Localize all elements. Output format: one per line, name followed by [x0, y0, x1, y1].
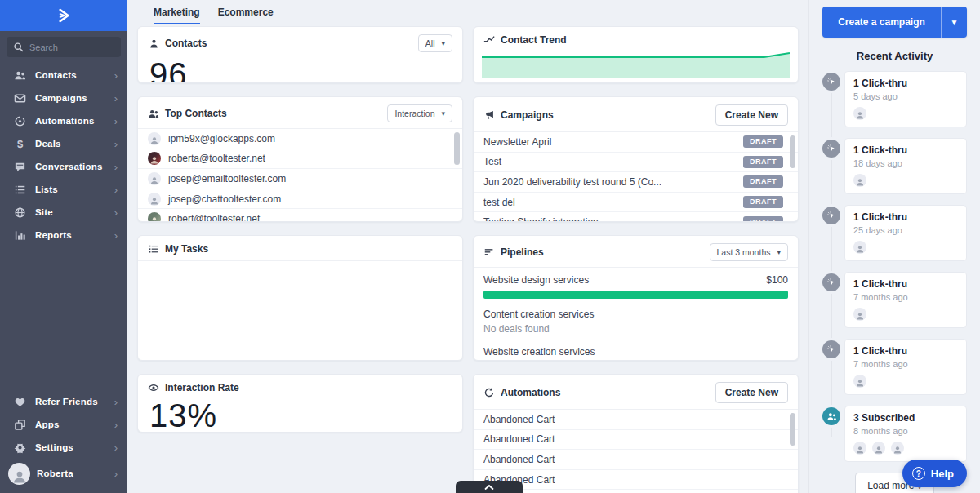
click-thru-icon — [822, 207, 840, 224]
contact-row[interactable]: ipm59x@glockapps.com — [138, 129, 462, 149]
avatar — [148, 152, 161, 165]
chevron-right-icon: › — [114, 230, 118, 241]
search-input[interactable] — [29, 42, 111, 52]
avatar — [853, 174, 866, 187]
sidebar-item-campaigns[interactable]: Campaigns › — [0, 87, 127, 109]
activity-item[interactable]: 1 Click-thru 7 months ago — [822, 339, 967, 395]
activity-label: 1 Click-thru — [853, 78, 958, 89]
tab-ecommerce[interactable]: Ecommerce — [218, 7, 274, 24]
status-badge: DRAFT — [743, 135, 783, 148]
sidebar-item-apps[interactable]: Apps › — [0, 413, 127, 436]
campaign-row[interactable]: Test DRAFT — [474, 153, 798, 173]
sidebar-item-contacts[interactable]: Contacts › — [0, 64, 127, 87]
pipeline-progress-bar — [483, 291, 788, 299]
sidebar-item-refer-friends[interactable]: Refer Friends › — [0, 390, 127, 413]
gear-icon — [14, 442, 26, 454]
card-title: Contact Trend — [501, 34, 567, 46]
sidebar-item-lists[interactable]: Lists › — [0, 178, 127, 201]
contacts-icon — [14, 69, 26, 82]
campaign-row[interactable]: test del DRAFT — [474, 193, 798, 213]
contact-email: josep@chattooltester.com — [168, 193, 281, 205]
activity-item[interactable]: 3 Subscribed 8 months ago — [822, 406, 967, 462]
automation-row[interactable]: Abandoned Cart — [474, 410, 798, 430]
contact-row[interactable]: roberta@tooltester.net — [138, 149, 462, 170]
contact-row[interactable]: robert@tooltester.net — [138, 209, 462, 222]
create-new-automation-button[interactable]: Create New — [715, 382, 788, 403]
scrollbar-thumb[interactable] — [790, 413, 795, 446]
pipeline-name[interactable]: Content creation services — [483, 309, 788, 320]
campaign-row[interactable]: Jun 2020 deliverability test round 5 (Co… — [474, 172, 798, 193]
activity-item[interactable]: 1 Click-thru 18 days ago — [822, 138, 967, 194]
expand-collapse-button[interactable] — [456, 481, 523, 493]
campaign-row[interactable]: Newsletter April DRAFT — [474, 132, 798, 153]
people-icon — [148, 108, 159, 119]
status-badge: DRAFT — [743, 216, 783, 222]
sidebar-item-label: Settings — [35, 442, 74, 452]
megaphone-icon — [483, 109, 495, 121]
top-contacts-sort-dropdown[interactable]: Interaction ▾ — [387, 104, 452, 122]
avatar — [853, 241, 866, 254]
activity-label: 3 Subscribed — [853, 412, 958, 424]
create-campaign-button[interactable]: Create a campaign — [822, 7, 941, 38]
automation-row[interactable]: Abandoned Cart — [474, 450, 798, 470]
activity-label: 1 Click-thru — [853, 345, 958, 357]
card-title: Campaigns — [501, 109, 554, 121]
sidebar-user-menu[interactable]: Roberta › — [0, 459, 127, 493]
dollar-icon: $ — [14, 138, 26, 150]
contacts-filter-dropdown[interactable]: All ▾ — [418, 34, 452, 52]
contact-email: roberta@tooltester.net — [168, 153, 265, 164]
sidebar-item-settings[interactable]: Settings › — [0, 436, 127, 459]
help-button[interactable]: ? Help — [902, 460, 967, 487]
sidebar-item-site[interactable]: Site › — [0, 201, 127, 224]
sidebar-item-deals[interactable]: $ Deals › — [0, 132, 127, 155]
contact-row[interactable]: josep@chattooltester.com — [138, 189, 462, 210]
caret-down-icon: ▾ — [441, 109, 445, 118]
activity-item[interactable]: 1 Click-thru 7 months ago — [822, 272, 967, 328]
main-content: Marketing Ecommerce Contacts All ▾ 96 Co… — [127, 0, 808, 493]
scrollbar-thumb[interactable] — [790, 135, 795, 168]
chevron-right-icon: › — [114, 70, 118, 81]
sidebar-item-reports[interactable]: Reports › — [0, 224, 127, 246]
subscribed-people-icon — [822, 407, 840, 425]
contact-trend-chart — [474, 51, 798, 81]
card-title: My Tasks — [165, 243, 208, 255]
campaign-row[interactable]: Testing Shopify integration DRAFT — [474, 212, 798, 222]
activity-label: 1 Click-thru — [853, 144, 958, 156]
pipelines-range-dropdown[interactable]: Last 3 months ▾ — [710, 243, 788, 261]
contact-row[interactable]: josep@emailtooltester.com — [138, 169, 462, 189]
activity-time: 8 months ago — [853, 426, 958, 436]
campaign-name: Newsletter April — [483, 136, 551, 148]
user-name: Roberta — [37, 469, 74, 478]
activity-item[interactable]: 1 Click-thru 25 days ago — [822, 205, 967, 261]
click-thru-icon — [822, 340, 840, 358]
apps-icon — [14, 419, 26, 431]
status-badge: DRAFT — [743, 156, 783, 168]
avatar — [853, 308, 866, 321]
pipelines-body: Website design services $100 Content cre… — [474, 267, 798, 361]
sidebar: Contacts › Campaigns › Automations › $ D… — [0, 0, 127, 493]
sidebar-item-conversations[interactable]: Conversations › — [0, 155, 127, 178]
activity-time: 25 days ago — [853, 225, 958, 235]
status-badge: DRAFT — [743, 175, 783, 188]
tab-marketing[interactable]: Marketing — [154, 7, 200, 24]
create-campaign-caret-button[interactable]: ▼ — [941, 7, 967, 38]
scrollbar-thumb[interactable] — [454, 132, 460, 165]
contact-email: ipm59x@glockapps.com — [168, 133, 275, 144]
envelope-icon — [14, 92, 26, 104]
activity-item[interactable]: 1 Click-thru 5 days ago — [822, 71, 967, 127]
avatar — [148, 172, 161, 185]
pipeline-name[interactable]: Website creation services — [483, 346, 788, 358]
pipeline-name[interactable]: Website design services — [483, 274, 589, 286]
automation-row[interactable]: Abandoned Cart — [474, 430, 798, 451]
app-logo[interactable] — [0, 0, 127, 31]
refresh-cycle-icon — [483, 387, 495, 398]
sidebar-search[interactable] — [7, 37, 121, 57]
automations-list: Abandoned Cart Abandoned Cart Abandoned … — [474, 409, 798, 493]
chevron-right-icon: › — [114, 116, 118, 127]
tasks-list-icon — [148, 243, 159, 255]
campaign-name: Test — [483, 156, 501, 167]
activity-time: 7 months ago — [853, 359, 958, 369]
sidebar-item-automations[interactable]: Automations › — [0, 109, 127, 132]
create-new-campaign-button[interactable]: Create New — [715, 104, 788, 126]
avatar — [891, 442, 904, 455]
